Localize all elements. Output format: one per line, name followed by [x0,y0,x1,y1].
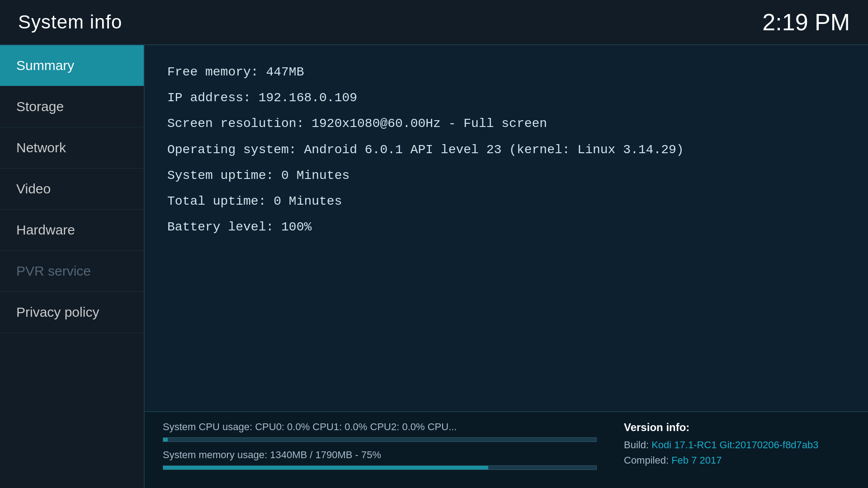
sidebar-item-storage[interactable]: Storage [0,86,144,127]
sidebar-item-hardware[interactable]: Hardware [0,210,144,251]
sidebar-item-summary[interactable]: Summary [0,45,144,86]
build-label: Build: [624,439,649,450]
info-free-memory: Free memory: 447MB [167,63,845,81]
compiled-line: Compiled: Feb 7 2017 [624,455,850,466]
sidebar-item-pvr-service: PVR service [0,251,144,292]
memory-progress-bar-fill [163,466,488,469]
sidebar-item-video[interactable]: Video [0,169,144,210]
version-info-panel: Version info: Build: Kodi 17.1-RC1 Git:2… [624,421,850,477]
info-screen-resolution: Screen resolution: 868x488@60.00Hz - F… [167,115,845,132]
app-title: System info [18,11,122,33]
cpu-usage-text: System CPU usage: CPU0: 0.0% CPU1: 0.0% … [163,421,597,433]
version-info-title: Version info: [624,421,850,434]
header: System info 2:19 PM [0,0,868,45]
info-operating-system: Operating system: Android 6.0.1 API leve… [167,141,845,159]
build-line: Build: Kodi 17.1-RC1 Git:20170206-f8d7ab… [624,439,850,451]
info-system-uptime: System uptime: 0 Minutes [167,167,845,184]
memory-usage-text: System memory usage: 1340MB / 1790MB - 7… [163,449,597,461]
sidebar-item-privacy-policy[interactable]: Privacy policy [0,292,144,333]
cpu-progress-bar-fill [163,438,168,441]
sidebar: Summary Storage Network Video Hardware P… [0,45,145,488]
footer: System CPU usage: CPU0: 0.0% CPU1: 0.0% … [145,411,868,488]
current-time: 2:19 PM [762,9,850,36]
sidebar-spacer [0,333,144,488]
cpu-progress-bar-container [163,437,597,442]
summary-content: Free memory: 447MB IP address: 192.168.0… [145,45,868,411]
compiled-value: Feb 7 2017 [671,455,722,466]
content-area: Summary Storage Network Video Hardware P… [0,45,868,488]
info-total-uptime: Total uptime: 0 Minutes [167,192,845,210]
footer-stats: System CPU usage: CPU0: 0.0% CPU1: 0.0% … [163,421,597,477]
info-battery-level: Battery level: 100% [167,218,845,236]
main-panel: Free memory: 447MB IP address: 192.168.0… [145,45,868,488]
memory-progress-bar-container [163,465,597,470]
sidebar-item-network[interactable]: Network [0,127,144,169]
compiled-label: Compiled: [624,455,669,466]
build-value: Kodi 17.1-RC1 Git:20170206-f8d7ab3 [651,439,818,450]
info-ip-address: IP address: 192.168.0.109 [167,89,845,107]
